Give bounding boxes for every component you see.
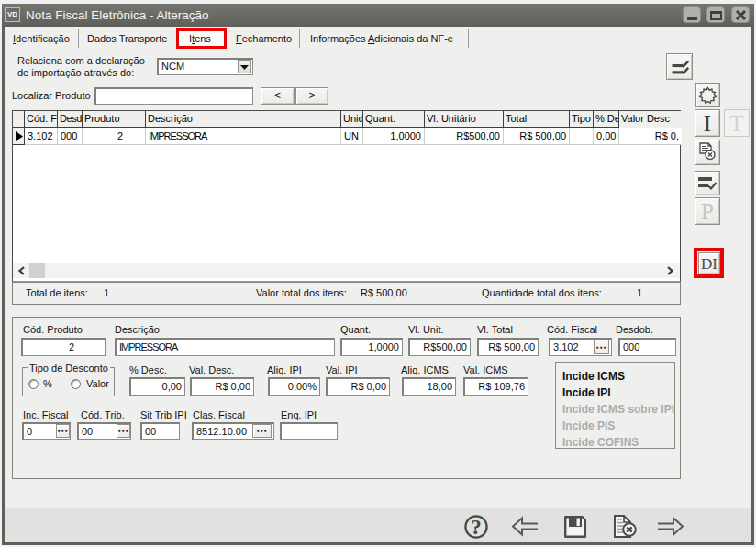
svg-text:?: ? xyxy=(471,516,482,539)
